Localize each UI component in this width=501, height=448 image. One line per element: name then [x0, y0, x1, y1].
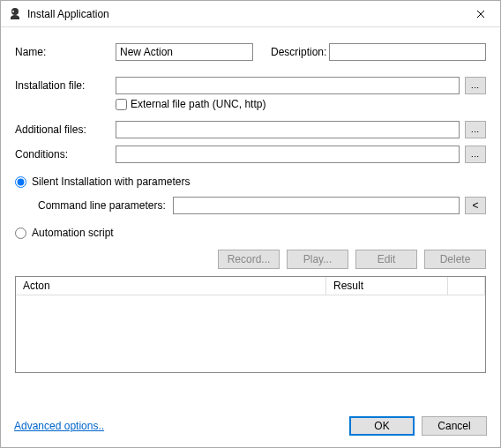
installation-file-input[interactable] — [116, 77, 460, 94]
name-input[interactable] — [116, 43, 253, 61]
cancel-button[interactable]: Cancel — [422, 416, 487, 436]
app-icon — [8, 7, 22, 21]
silent-radio[interactable] — [15, 176, 26, 188]
additional-files-label: Additional files: — [15, 123, 116, 136]
title-bar: Install Application — [1, 1, 500, 27]
svg-point-1 — [12, 11, 14, 12]
column-result[interactable]: Result — [326, 277, 448, 295]
conditions-browse-button[interactable]: ... — [465, 146, 486, 163]
additional-files-input[interactable] — [116, 121, 460, 138]
external-file-label: External file path (UNC, http) — [131, 98, 265, 110]
automation-radio[interactable] — [15, 228, 26, 239]
installation-file-browse-button[interactable]: ... — [465, 77, 486, 94]
description-input[interactable] — [329, 43, 486, 61]
description-label: Description: — [271, 46, 329, 58]
command-line-input[interactable] — [173, 197, 460, 214]
advanced-options-link[interactable]: Advanced options.. — [14, 420, 104, 432]
delete-button[interactable]: Delete — [424, 250, 486, 269]
automation-label: Automation script — [32, 227, 114, 239]
play-button[interactable]: Play... — [287, 250, 348, 269]
dialog-footer: Advanced options.. OK Cancel — [0, 407, 501, 448]
record-button[interactable]: Record... — [218, 250, 280, 269]
close-button[interactable] — [460, 1, 500, 26]
additional-files-browse-button[interactable]: ... — [465, 121, 486, 138]
conditions-input[interactable] — [116, 146, 460, 163]
command-line-label: Command line parameters: — [38, 199, 166, 212]
column-action[interactable]: Acton — [16, 277, 326, 295]
conditions-label: Conditions: — [15, 148, 116, 161]
command-line-helper-button[interactable]: < — [465, 197, 486, 214]
table-header: Acton Result — [16, 277, 485, 295]
external-file-checkbox[interactable] — [116, 99, 127, 110]
edit-button[interactable]: Edit — [355, 250, 417, 269]
name-label: Name: — [15, 46, 116, 58]
actions-table: Acton Result — [15, 276, 486, 373]
column-spacer — [448, 277, 485, 295]
dialog-content: Name: Description: Installation file: ..… — [1, 27, 500, 373]
ok-button[interactable]: OK — [349, 416, 415, 436]
window-title: Install Application — [27, 8, 460, 20]
installation-file-label: Installation file: — [15, 79, 116, 92]
silent-label: Silent Installation with parameters — [32, 175, 190, 188]
